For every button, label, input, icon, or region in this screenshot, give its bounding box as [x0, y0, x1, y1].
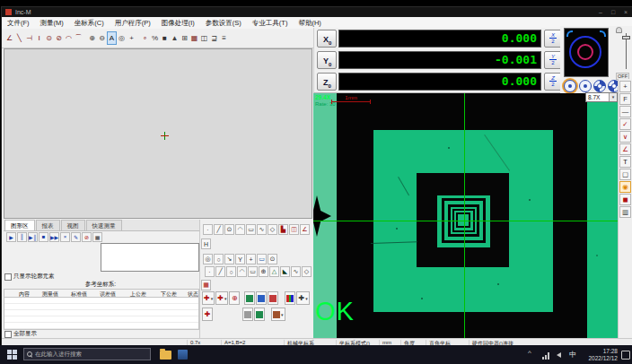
- line-tool[interactable]: ╲: [14, 31, 24, 45]
- crosshair-button[interactable]: +: [127, 31, 136, 45]
- drawing-canvas[interactable]: [4, 48, 312, 219]
- barcode-button[interactable]: ▥: [619, 206, 631, 218]
- arc-tool[interactable]: ◠: [64, 31, 74, 45]
- array-tool[interactable]: ▦: [201, 280, 211, 290]
- joystick-display[interactable]: [564, 28, 609, 77]
- zero-x-button[interactable]: X0: [317, 30, 337, 48]
- half-z-button[interactable]: Z2: [544, 73, 562, 91]
- construct-center[interactable]: ⊙: [268, 254, 277, 264]
- roi-select-button[interactable]: ▢: [619, 169, 631, 180]
- results-table-body[interactable]: [4, 298, 199, 330]
- file-explorer-icon[interactable]: [160, 351, 171, 360]
- menu-item[interactable]: 图像处理(I): [156, 17, 200, 29]
- measure-point[interactable]: ·: [203, 224, 213, 235]
- half-x-button[interactable]: X2: [544, 30, 562, 48]
- measure-height[interactable]: H: [201, 238, 211, 249]
- measure-line[interactable]: ╱: [214, 224, 224, 235]
- close-button[interactable]: ×: [619, 7, 632, 17]
- menu-item[interactable]: 参数设置(S): [200, 17, 247, 29]
- construct-circle[interactable]: ○: [214, 254, 224, 264]
- datum-origin-button[interactable]: ✚▾: [202, 291, 215, 305]
- auto-triangle[interactable]: △: [269, 266, 279, 277]
- taskbar-app-icon[interactable]: [178, 350, 188, 360]
- image-tool-green2[interactable]: [254, 308, 265, 321]
- circle-tool[interactable]: ⊙: [44, 31, 54, 45]
- tab-report[interactable]: 报表: [36, 220, 60, 230]
- dash-button[interactable]: —: [619, 106, 631, 117]
- volume-icon[interactable]: [557, 352, 561, 358]
- joystick-mode-button-3[interactable]: [593, 80, 606, 92]
- auto-arc[interactable]: ◠: [237, 266, 247, 277]
- zero-z-button[interactable]: Z0: [317, 73, 337, 91]
- measure-rect[interactable]: ▭: [246, 224, 256, 235]
- measure-curve[interactable]: ∿: [257, 224, 267, 235]
- edit-button[interactable]: ✎: [71, 232, 81, 242]
- step-button[interactable]: ▶║: [28, 232, 38, 242]
- construct-intersect[interactable]: Y: [235, 254, 245, 264]
- zoom-out-button[interactable]: ⊖: [97, 31, 107, 45]
- auto-circle[interactable]: ○: [226, 266, 236, 277]
- vee-probe-button[interactable]: ∨: [619, 131, 631, 143]
- tab-quick-measure[interactable]: 快速测量: [86, 220, 122, 230]
- measure-step[interactable]: ▙: [278, 224, 288, 235]
- auto-curve[interactable]: ∿: [291, 266, 301, 277]
- maximize-button[interactable]: □: [607, 7, 619, 17]
- crosshair-overlay-button[interactable]: +: [619, 81, 631, 92]
- beam-tool[interactable]: I: [34, 31, 44, 45]
- profile-tool[interactable]: ▲: [170, 31, 180, 45]
- construct-concentric[interactable]: ◎: [203, 254, 213, 264]
- coord-reset-button[interactable]: ✚: [202, 308, 213, 321]
- auto-polygon[interactable]: ◇: [302, 266, 312, 277]
- menu-item[interactable]: 测量(M): [35, 17, 69, 29]
- taskbar-clock[interactable]: 17:28 2022/12/12: [582, 348, 618, 362]
- joystick-mode-button-1[interactable]: [564, 80, 576, 92]
- network-icon[interactable]: [542, 352, 551, 360]
- target-button[interactable]: ◎: [117, 31, 127, 45]
- curve-tool[interactable]: ⌒: [74, 31, 83, 45]
- calculator-button[interactable]: ▦: [92, 232, 102, 242]
- minimize-button[interactable]: –: [594, 7, 607, 17]
- layer-tool[interactable]: ⊒: [209, 31, 219, 45]
- angle-probe-button[interactable]: ∠: [619, 143, 631, 155]
- measure-circle[interactable]: ⊙: [224, 224, 234, 235]
- tray-expand-icon[interactable]: ^: [528, 349, 531, 357]
- color-tool[interactable]: [285, 291, 295, 305]
- ellipse-tool[interactable]: ⊘: [54, 31, 64, 45]
- menu-item[interactable]: 文件(F): [2, 17, 35, 29]
- menu-item[interactable]: 坐标系(C): [69, 17, 110, 29]
- construct-frame[interactable]: ▭: [257, 254, 267, 264]
- menu-item[interactable]: 用户程序(P): [110, 17, 156, 29]
- grid-tool[interactable]: ⊞: [180, 31, 189, 45]
- window-tool[interactable]: ◫: [199, 31, 209, 45]
- pause-button[interactable]: ║: [17, 232, 27, 242]
- record-button[interactable]: ◼: [619, 194, 631, 205]
- joystick-mode-button-2[interactable]: [579, 80, 592, 92]
- zero-y-button[interactable]: Y0: [317, 51, 337, 69]
- snap-tool[interactable]: ⊣: [24, 31, 34, 45]
- show-all-checkbox[interactable]: [4, 331, 12, 338]
- select-a-button[interactable]: A: [107, 31, 117, 45]
- delete-button[interactable]: ×: [60, 232, 70, 242]
- notification-center-icon[interactable]: [621, 351, 630, 360]
- construct-cross[interactable]: +: [246, 254, 256, 264]
- tab-graphics[interactable]: 图形区: [4, 220, 35, 230]
- disable-button[interactable]: ⊘: [82, 232, 92, 242]
- move-stage-button[interactable]: ✚▾: [296, 291, 309, 305]
- auto-point[interactable]: ·: [205, 266, 215, 277]
- measure-arc[interactable]: ◠: [235, 224, 245, 235]
- ime-indicator[interactable]: 中: [569, 350, 576, 360]
- auto-target[interactable]: ⊕: [259, 266, 268, 277]
- run-button[interactable]: ▶: [6, 232, 16, 242]
- edge-check-button[interactable]: ✓: [619, 118, 631, 130]
- auto-rect[interactable]: ▭: [248, 266, 258, 277]
- windows-start-button[interactable]: [7, 350, 17, 360]
- locate-origin-button[interactable]: ⊕: [229, 291, 240, 305]
- camera-capture-button[interactable]: ◉: [619, 181, 631, 193]
- axis-align-button[interactable]: ✚▾: [215, 291, 228, 305]
- image-tool-gray[interactable]: [242, 308, 253, 321]
- taskbar-search-input[interactable]: 在此输入进行搜索: [23, 348, 151, 360]
- image-tool-red[interactable]: [268, 291, 278, 305]
- fill-tool[interactable]: ■: [160, 31, 170, 45]
- menu-item[interactable]: 专业工具(T): [247, 17, 294, 29]
- construct-vector[interactable]: ↘: [224, 254, 234, 264]
